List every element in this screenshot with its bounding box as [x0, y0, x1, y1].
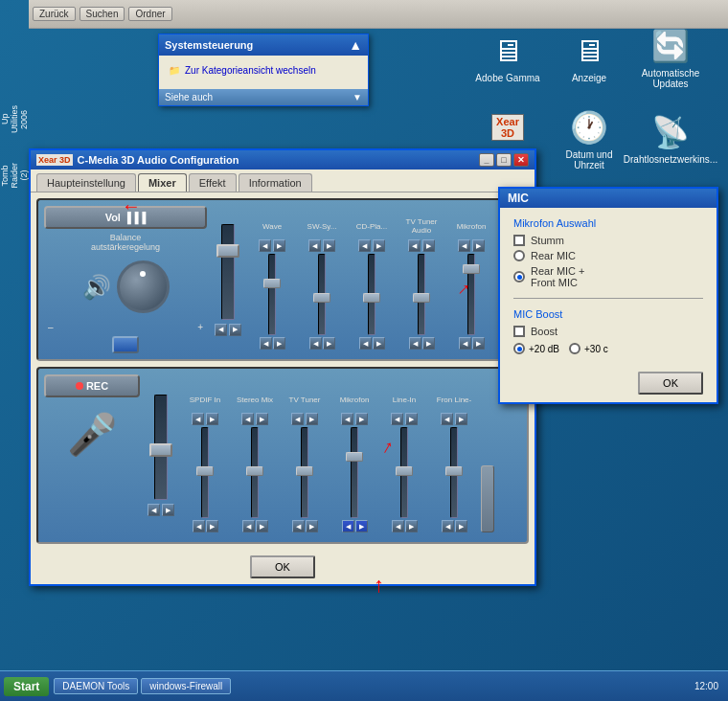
start-button[interactable]: Start — [4, 677, 49, 696]
desktop-icon-datum-uhrzeit[interactable]: 🕐 Datum und Uhrzeit — [551, 101, 627, 177]
boost-30-option[interactable]: +30 c — [569, 343, 608, 354]
spdif-dn[interactable]: ◀ — [193, 520, 205, 532]
main-fader-handle[interactable] — [216, 244, 239, 258]
tv-tuner-rec-btn-r[interactable]: ▶ — [306, 413, 318, 425]
cdpla-fader-handle[interactable] — [363, 293, 380, 303]
stereo-btn-r[interactable]: ▶ — [256, 413, 268, 425]
close-button[interactable]: ✕ — [513, 153, 529, 167]
line-in-btn-l[interactable]: ◀ — [391, 413, 403, 425]
expand-icon[interactable]: ▼ — [353, 92, 362, 102]
rec-fader-dn[interactable]: ◀ — [148, 504, 160, 516]
mikrofon-rec-btn-r[interactable]: ▶ — [355, 413, 368, 425]
fader-stereo-mix: Stereo Mix ◀ ▶ ◀ ▶ — [232, 388, 278, 532]
swsy-dn-btn[interactable]: ◀ — [309, 337, 322, 350]
mikrofon-vol-btn-l[interactable]: ◀ — [458, 239, 470, 252]
desktop-icon-anzeige[interactable]: 🖥 Anzeige — [551, 19, 627, 96]
spdif-fader-handle[interactable] — [196, 466, 214, 476]
tab-effekt[interactable]: Effekt — [189, 173, 237, 192]
taskbar-firewall[interactable]: windows-Firewall — [141, 678, 231, 694]
line-in-btn-r[interactable]: ▶ — [405, 413, 418, 425]
line-in-dn[interactable]: ◀ — [392, 520, 404, 532]
stereo-dn[interactable]: ◀ — [242, 520, 255, 532]
stumm-checkbox[interactable] — [513, 235, 525, 246]
mikrofon-vol-btn-r[interactable]: ▶ — [472, 239, 485, 252]
minimize-button[interactable]: _ — [479, 153, 494, 167]
tv-tuner-rec-btn-l[interactable]: ◀ — [291, 413, 304, 425]
tv-tuner-rec-up[interactable]: ▶ — [306, 520, 318, 532]
tab-mixer[interactable]: Mixer — [138, 173, 187, 192]
mikrofon-rec-fader-handle[interactable] — [346, 452, 363, 462]
audio-ok-button[interactable]: OK — [250, 555, 315, 578]
desktop-icon-adobe-gamma[interactable]: 🖥 Adobe Gamma — [469, 19, 546, 96]
rear-mic-radio[interactable] — [513, 250, 525, 261]
fron-line-fader-handle[interactable] — [445, 466, 463, 476]
rear-front-mic-option[interactable]: Rear MIC +Front MIC — [513, 265, 703, 288]
rec-fader-up[interactable]: ▶ — [162, 504, 174, 516]
spdif-btn-l[interactable]: ◀ — [192, 413, 204, 425]
boost-20db-option[interactable]: +20 dB — [513, 343, 559, 354]
desktop-icon-auto-updates[interactable]: 🔄 Automatische Updates — [632, 19, 709, 96]
desktop-icon-netzwerk[interactable]: 📡 Drahtlosnetzwerkins... — [632, 101, 709, 177]
maximize-button[interactable]: □ — [496, 153, 512, 167]
mic-ok-button[interactable]: OK — [638, 372, 703, 395]
stereo-up[interactable]: ▶ — [256, 520, 268, 532]
fron-line-btn-r[interactable]: ▶ — [455, 413, 467, 425]
rec-scroll-btn[interactable] — [481, 465, 494, 532]
wave-fader-handle[interactable] — [263, 279, 281, 288]
systemsteuerung-close-icon[interactable]: ▲ — [349, 37, 362, 53]
tvtuner-up-btn[interactable]: ▶ — [422, 337, 435, 350]
wave-btn-left[interactable]: ◀ — [259, 239, 271, 252]
mikrofon-rec-dn[interactable]: ◀ — [342, 520, 354, 532]
fader-down-btn[interactable]: ◀ — [215, 324, 227, 336]
stereo-btn-l[interactable]: ◀ — [241, 413, 254, 425]
mikrofon-vol-up-btn[interactable]: ▶ — [472, 337, 485, 350]
fron-line-dn[interactable]: ◀ — [442, 520, 454, 532]
tvtuner-btn-r[interactable]: ▶ — [422, 239, 435, 252]
search-button[interactable]: Suchen — [80, 7, 125, 21]
line-in-up[interactable]: ▶ — [405, 520, 418, 532]
boost-30-radio[interactable] — [569, 343, 580, 354]
rear-mic-option[interactable]: Rear MIC — [513, 250, 703, 261]
swsy-btn-l[interactable]: ◀ — [308, 239, 321, 252]
tvtuner-fader-handle[interactable] — [413, 293, 430, 303]
mikrofon-vol-dn-btn[interactable]: ◀ — [459, 337, 471, 350]
rec-button[interactable]: REC — [44, 374, 140, 397]
back-button[interactable]: Zurück — [33, 7, 76, 21]
mikrofon-rec-btn-l[interactable]: ◀ — [341, 413, 353, 425]
tab-information[interactable]: Information — [239, 173, 312, 192]
volume-knob[interactable] — [117, 260, 170, 313]
systemsteuerung-category-link[interactable]: 📁 Zur Kategorieansicht wechseln — [165, 61, 362, 79]
fron-line-btn-l[interactable]: ◀ — [441, 413, 453, 425]
boost-20db-radio[interactable] — [513, 343, 525, 354]
swsy-btn-r[interactable]: ▶ — [323, 239, 335, 252]
wave-up-btn[interactable]: ▶ — [273, 337, 285, 350]
spdif-btn-r[interactable]: ▶ — [206, 413, 218, 425]
swsy-fader-handle[interactable] — [313, 293, 330, 303]
wave-btn-right[interactable]: ▶ — [273, 239, 285, 252]
vol-button[interactable]: Vol ▐▐▐ — [44, 206, 207, 229]
cdpla-btn-r[interactable]: ▶ — [373, 239, 385, 252]
wave-down-btn[interactable]: ◀ — [260, 337, 272, 350]
mikrofon-rec-up[interactable]: ▶ — [355, 520, 368, 532]
cdpla-dn-btn[interactable]: ◀ — [359, 337, 372, 350]
rec-main-fader-handle[interactable] — [149, 443, 172, 457]
spdif-up[interactable]: ▶ — [206, 520, 218, 532]
swsy-up-btn[interactable]: ▶ — [323, 337, 335, 350]
folder-button[interactable]: Ordner — [128, 7, 171, 21]
fader-up-btn[interactable]: ▶ — [229, 324, 241, 336]
cdpla-btn-l[interactable]: ◀ — [358, 239, 371, 252]
mikrofon-vol-fader-handle[interactable] — [463, 264, 480, 274]
rear-front-mic-radio[interactable] — [513, 271, 525, 283]
tv-tuner-rec-fader-handle[interactable] — [296, 466, 313, 476]
tab-haupteinstellung[interactable]: Haupteinstellung — [36, 173, 136, 192]
line-in-fader-handle[interactable] — [396, 466, 413, 476]
cdpla-up-btn[interactable]: ▶ — [373, 337, 385, 350]
stereo-fader-handle[interactable] — [246, 466, 263, 476]
vol-blue-btn-left[interactable] — [112, 336, 139, 353]
boost-checkbox[interactable] — [513, 326, 525, 337]
tvtuner-dn-btn[interactable]: ◀ — [409, 337, 421, 350]
tv-tuner-rec-dn[interactable]: ◀ — [292, 520, 305, 532]
fron-line-up[interactable]: ▶ — [455, 520, 467, 532]
tvtuner-btn-l[interactable]: ◀ — [408, 239, 421, 252]
taskbar-daemon-tools[interactable]: DAEMON Tools — [54, 678, 138, 694]
